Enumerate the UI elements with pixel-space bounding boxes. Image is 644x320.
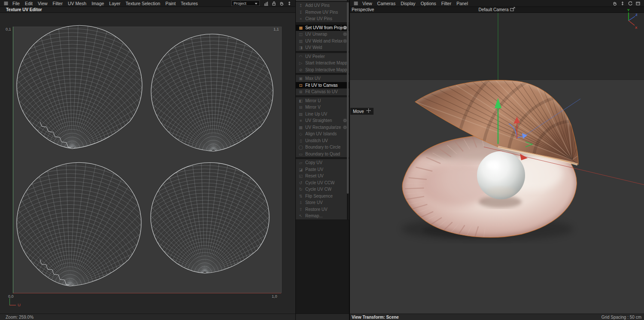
- orbit-icon[interactable]: [627, 0, 634, 6]
- uv-command-align-uv-islands[interactable]: ◇Align UV Islands: [296, 131, 349, 137]
- uv-canvas[interactable]: 0,1 1,1 0,0 1,0 U: [0, 13, 295, 314]
- cycle-ccw-icon: ↺: [298, 180, 304, 185]
- menu-options[interactable]: Options: [418, 1, 439, 6]
- menu-texture-selection[interactable]: Texture Selection: [123, 1, 163, 6]
- hamburger-icon[interactable]: [353, 0, 359, 6]
- hamburger-icon[interactable]: [3, 0, 9, 6]
- mirror-v-icon: ⊟: [298, 105, 304, 110]
- projection-icon: ▦: [298, 25, 304, 30]
- uv-command-uv-weld-and-relax[interactable]: ▥UV Weld and Relax: [296, 38, 349, 45]
- uv-canvas-svg: [0, 13, 295, 314]
- uv-command-uv-straighten[interactable]: ≡UV Straighten: [296, 117, 349, 124]
- viewport-3d-scene[interactable]: Move: [350, 13, 644, 314]
- play-icon: ▷: [298, 61, 304, 65]
- uv-command-label: Line Up UV: [305, 112, 327, 116]
- unwrap-icon: ◫: [298, 32, 304, 37]
- uv-command-label: Add UV Pins: [305, 3, 330, 8]
- uv-command-remap[interactable]: ↖Remap...: [296, 213, 349, 219]
- scrollbar-thumb[interactable]: [347, 2, 349, 194]
- weld-icon: ◨: [298, 45, 304, 50]
- uv-command-remove-uv-pins[interactable]: ↧Remove UV Pins: [296, 9, 349, 16]
- uv-command-max-uv[interactable]: ▣Max UV: [296, 75, 349, 82]
- uv-command-add-uv-pins[interactable]: ↥Add UV Pins: [296, 2, 349, 9]
- panel-bottom-strip: [296, 314, 349, 320]
- uv-command-label: Restore UV: [305, 207, 328, 212]
- camera-label[interactable]: Default Camera: [478, 7, 515, 12]
- uv-command-fit-canvas-to-uv[interactable]: ⊞Fit Canvas to UV: [296, 88, 349, 95]
- zoom-level: Zoom: 259.0%: [6, 315, 33, 320]
- menu-uv-mesh[interactable]: UV Mesh: [65, 1, 89, 6]
- uv-command-label: Mirror V: [305, 105, 321, 110]
- uv-command-boundary-to-circle[interactable]: ◯Boundary to Circle: [296, 144, 349, 151]
- viewport-menubar: ViewCamerasDisplayOptionsFilterPanel: [350, 0, 644, 7]
- line-up-icon: ▤: [298, 112, 304, 116]
- restore-icon: ⇧: [298, 207, 304, 212]
- uv-command-paste-uv[interactable]: ◪Paste UV: [296, 166, 349, 173]
- uv-command-fit-uv-to-canvas[interactable]: ⊡Fit UV to Canvas: [296, 82, 349, 89]
- paste-icon: ◪: [298, 167, 304, 172]
- axis-label-z: Z: [635, 13, 638, 17]
- store-icon: ⇩: [298, 200, 304, 205]
- uv-command-label: Remove UV Pins: [305, 10, 338, 15]
- uv-command-cycle-uv-ccw[interactable]: ↺Cycle UV CCW: [296, 180, 349, 186]
- pan-icon[interactable]: [612, 0, 618, 6]
- menu-file[interactable]: File: [10, 1, 22, 6]
- uv-command-label: Boundary to Circle: [305, 145, 340, 149]
- menu-layer[interactable]: Layer: [106, 1, 123, 6]
- menu-edit[interactable]: Edit: [22, 1, 35, 6]
- dolly-icon[interactable]: [620, 0, 626, 6]
- uv-command-restore-uv[interactable]: ⇧Restore UV: [296, 206, 349, 213]
- menu-filter[interactable]: Filter: [50, 1, 65, 6]
- move-cross-icon: [366, 108, 371, 114]
- maximize-icon[interactable]: [635, 0, 641, 6]
- world-axis-gizmo[interactable]: Y Z X: [623, 7, 638, 30]
- u-axis-label: U: [18, 302, 21, 307]
- uv-command-clear-uv-pins[interactable]: ×Clear UV Pins: [296, 15, 349, 22]
- uv-command-line-up-uv[interactable]: ▤Line Up UV: [296, 111, 349, 118]
- menu-view[interactable]: View: [35, 1, 50, 6]
- uv-command-label: UV Weld: [305, 45, 322, 50]
- uv-command-label: Set UVW from Projection: [305, 25, 343, 30]
- lock-icon[interactable]: [271, 0, 277, 6]
- uv-command-label: Start Interactive Mapping: [305, 61, 347, 65]
- uv-command-section: ▱Copy UV◪Paste UV◱Reset UV↺Cycle UV CCW↻…: [296, 159, 349, 220]
- uv-command-flip-sequence[interactable]: ⇅Flip Sequence: [296, 193, 349, 200]
- menu-textures[interactable]: Textures: [178, 1, 200, 6]
- projection-label: Perspective: [352, 7, 374, 12]
- uv-command-set-uvw-from-projection[interactable]: ▦Set UVW from Projection: [296, 24, 349, 31]
- menu-cameras[interactable]: Cameras: [375, 1, 398, 6]
- uv-command-uv-weld[interactable]: ◨UV Weld: [296, 44, 349, 51]
- menu-view[interactable]: View: [360, 1, 375, 6]
- uv-command-mirror-u[interactable]: ◧Mirror U: [296, 98, 349, 104]
- viewport-statusbar: View Transform: Scene Grid Spacing : 50 …: [350, 314, 644, 320]
- menu-filter[interactable]: Filter: [439, 1, 454, 6]
- uv-command-uv-unwrap[interactable]: ◫UV Unwrap: [296, 31, 349, 38]
- uv-command-mirror-v[interactable]: ⊟Mirror V: [296, 104, 349, 111]
- dolly-icon[interactable]: [286, 0, 293, 6]
- stop-icon: ⊘: [298, 67, 304, 72]
- uv-command-boundary-to-quad[interactable]: ▭Boundary to Quad: [296, 151, 349, 158]
- uv-corner-label-10: 1,0: [272, 294, 277, 299]
- uv-command-cycle-uv-cw[interactable]: ↻Cycle UV CW: [296, 186, 349, 193]
- menu-display[interactable]: Display: [398, 1, 418, 6]
- uv-command-section: ↥Add UV Pins↧Remove UV Pins×Clear UV Pin…: [296, 2, 349, 23]
- pan-icon[interactable]: [279, 0, 285, 6]
- uv-corner-label-11: 1,1: [273, 27, 279, 31]
- project-dropdown[interactable]: Project: [231, 0, 260, 6]
- menu-paint[interactable]: Paint: [163, 1, 178, 6]
- uv-command-stop-interactive-mapping[interactable]: ⊘Stop Interactive Mapping: [296, 67, 349, 73]
- uv-corner-label-00: 0,0: [8, 294, 14, 299]
- uv-command-copy-uv[interactable]: ▱Copy UV: [296, 159, 349, 166]
- uv-command-uv-peeler[interactable]: ◠UV Peeler: [296, 53, 349, 60]
- menu-image[interactable]: Image: [89, 1, 106, 6]
- pin-add-icon: ↥: [298, 3, 304, 8]
- uv-command-start-interactive-mapping[interactable]: ▷Start Interactive Mapping: [296, 60, 349, 67]
- panel-scroll-sliver: [296, 0, 349, 1]
- uv-command-store-uv[interactable]: ⇩Store UV: [296, 199, 349, 206]
- menu-panel[interactable]: Panel: [454, 1, 471, 6]
- histogram-icon[interactable]: [263, 0, 270, 6]
- uv-command-label: Remap...: [305, 213, 323, 218]
- uv-command-reset-uv[interactable]: ◱Reset UV: [296, 173, 349, 180]
- uv-command-unstitch-uv[interactable]: ▯Unstitch UV: [296, 137, 349, 144]
- uv-command-uv-rectangularize[interactable]: ▩UV Rectangularize: [296, 124, 349, 131]
